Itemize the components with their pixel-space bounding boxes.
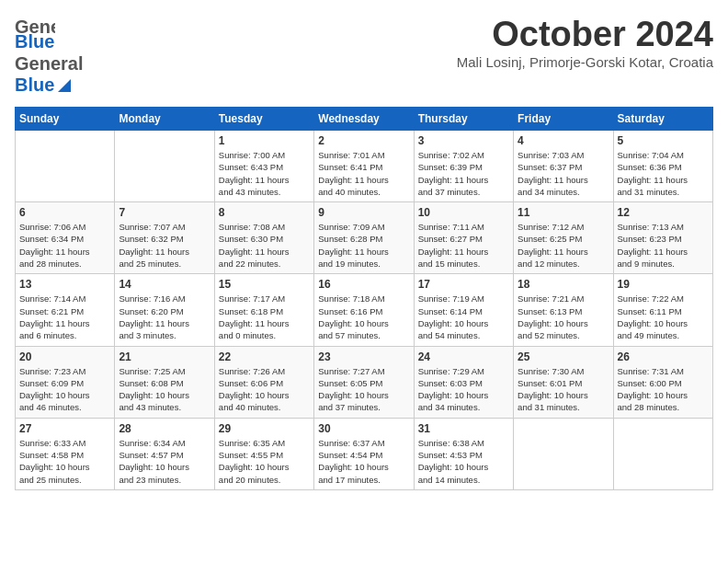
day-number: 27 bbox=[19, 422, 110, 435]
day-number: 1 bbox=[219, 134, 310, 147]
day-number: 19 bbox=[618, 278, 709, 291]
day-number: 20 bbox=[19, 350, 110, 363]
svg-text:Blue: Blue bbox=[15, 31, 54, 50]
day-number: 26 bbox=[618, 350, 709, 363]
day-cell: 4Sunrise: 7:03 AM Sunset: 6:37 PM Daylig… bbox=[514, 131, 613, 202]
page-header: General Blue General Blue October 2024 M… bbox=[15, 15, 713, 96]
day-info: Sunrise: 7:01 AM Sunset: 6:41 PM Dayligh… bbox=[318, 149, 409, 198]
day-number: 7 bbox=[119, 206, 210, 219]
day-number: 31 bbox=[418, 422, 509, 435]
day-info: Sunrise: 6:38 AM Sunset: 4:53 PM Dayligh… bbox=[418, 437, 509, 486]
day-cell: 5Sunrise: 7:04 AM Sunset: 6:36 PM Daylig… bbox=[613, 131, 712, 202]
day-number: 9 bbox=[318, 206, 409, 219]
day-info: Sunrise: 7:09 AM Sunset: 6:28 PM Dayligh… bbox=[318, 221, 409, 270]
day-info: Sunrise: 7:13 AM Sunset: 6:23 PM Dayligh… bbox=[618, 221, 709, 270]
svg-marker-3 bbox=[58, 79, 71, 92]
day-info: Sunrise: 7:18 AM Sunset: 6:16 PM Dayligh… bbox=[318, 293, 409, 341]
day-cell: 12Sunrise: 7:13 AM Sunset: 6:23 PM Dayli… bbox=[613, 202, 712, 274]
logo: General Blue General Blue bbox=[15, 15, 86, 96]
day-number: 15 bbox=[219, 278, 310, 291]
day-cell bbox=[16, 131, 115, 202]
day-info: Sunrise: 7:02 AM Sunset: 6:39 PM Dayligh… bbox=[418, 149, 509, 198]
week-row-1: 6Sunrise: 7:06 AM Sunset: 6:34 PM Daylig… bbox=[16, 202, 713, 274]
day-cell: 6Sunrise: 7:06 AM Sunset: 6:34 PM Daylig… bbox=[16, 202, 115, 274]
day-cell: 27Sunrise: 6:33 AM Sunset: 4:58 PM Dayli… bbox=[16, 418, 115, 489]
day-number: 4 bbox=[518, 134, 609, 147]
day-cell: 13Sunrise: 7:14 AM Sunset: 6:21 PM Dayli… bbox=[16, 274, 115, 346]
day-number: 14 bbox=[119, 278, 210, 291]
day-cell: 24Sunrise: 7:29 AM Sunset: 6:03 PM Dayli… bbox=[414, 346, 513, 418]
day-number: 24 bbox=[418, 350, 509, 363]
day-cell: 14Sunrise: 7:16 AM Sunset: 6:20 PM Dayli… bbox=[115, 274, 214, 346]
day-number: 28 bbox=[119, 422, 210, 435]
header-day-friday: Friday bbox=[514, 108, 613, 131]
day-number: 13 bbox=[19, 278, 110, 291]
day-cell: 30Sunrise: 6:37 AM Sunset: 4:54 PM Dayli… bbox=[314, 418, 414, 489]
week-row-0: 1Sunrise: 7:00 AM Sunset: 6:43 PM Daylig… bbox=[16, 131, 713, 202]
day-cell: 19Sunrise: 7:22 AM Sunset: 6:11 PM Dayli… bbox=[613, 274, 712, 346]
day-number: 11 bbox=[518, 206, 609, 219]
day-info: Sunrise: 7:06 AM Sunset: 6:34 PM Dayligh… bbox=[19, 221, 110, 270]
day-cell bbox=[514, 418, 613, 489]
day-info: Sunrise: 7:26 AM Sunset: 6:06 PM Dayligh… bbox=[219, 365, 310, 414]
day-cell: 15Sunrise: 7:17 AM Sunset: 6:18 PM Dayli… bbox=[214, 274, 313, 346]
header-row: SundayMondayTuesdayWednesdayThursdayFrid… bbox=[16, 108, 713, 131]
day-number: 12 bbox=[618, 206, 709, 219]
day-info: Sunrise: 7:03 AM Sunset: 6:37 PM Dayligh… bbox=[518, 149, 609, 198]
header-day-wednesday: Wednesday bbox=[314, 108, 414, 131]
day-cell: 31Sunrise: 6:38 AM Sunset: 4:53 PM Dayli… bbox=[414, 418, 513, 489]
week-row-2: 13Sunrise: 7:14 AM Sunset: 6:21 PM Dayli… bbox=[16, 274, 713, 346]
day-number: 25 bbox=[518, 350, 609, 363]
day-number: 3 bbox=[418, 134, 509, 147]
day-cell: 25Sunrise: 7:30 AM Sunset: 6:01 PM Dayli… bbox=[514, 346, 613, 418]
day-cell: 1Sunrise: 7:00 AM Sunset: 6:43 PM Daylig… bbox=[214, 131, 313, 202]
day-cell: 28Sunrise: 6:34 AM Sunset: 4:57 PM Dayli… bbox=[115, 418, 214, 489]
day-cell: 22Sunrise: 7:26 AM Sunset: 6:06 PM Dayli… bbox=[214, 346, 313, 418]
day-info: Sunrise: 7:21 AM Sunset: 6:13 PM Dayligh… bbox=[518, 293, 609, 341]
day-number: 2 bbox=[318, 134, 409, 147]
day-info: Sunrise: 7:04 AM Sunset: 6:36 PM Dayligh… bbox=[618, 149, 709, 198]
day-number: 6 bbox=[19, 206, 110, 219]
day-info: Sunrise: 6:34 AM Sunset: 4:57 PM Dayligh… bbox=[119, 437, 210, 486]
day-info: Sunrise: 7:31 AM Sunset: 6:00 PM Dayligh… bbox=[618, 365, 709, 414]
day-number: 8 bbox=[219, 206, 310, 219]
day-cell: 7Sunrise: 7:07 AM Sunset: 6:32 PM Daylig… bbox=[115, 202, 214, 274]
header-day-sunday: Sunday bbox=[16, 108, 115, 131]
week-row-3: 20Sunrise: 7:23 AM Sunset: 6:09 PM Dayli… bbox=[16, 346, 713, 418]
header-day-monday: Monday bbox=[115, 108, 214, 131]
day-number: 21 bbox=[119, 350, 210, 363]
header-day-saturday: Saturday bbox=[613, 108, 712, 131]
calendar-body: 1Sunrise: 7:00 AM Sunset: 6:43 PM Daylig… bbox=[16, 131, 713, 490]
day-info: Sunrise: 6:37 AM Sunset: 4:54 PM Dayligh… bbox=[318, 437, 409, 486]
day-info: Sunrise: 7:30 AM Sunset: 6:01 PM Dayligh… bbox=[518, 365, 609, 414]
location-title: Mali Losinj, Primorje-Gorski Kotar, Croa… bbox=[457, 54, 713, 70]
week-row-4: 27Sunrise: 6:33 AM Sunset: 4:58 PM Dayli… bbox=[16, 418, 713, 489]
day-number: 17 bbox=[418, 278, 509, 291]
day-cell: 21Sunrise: 7:25 AM Sunset: 6:08 PM Dayli… bbox=[115, 346, 214, 418]
day-cell: 26Sunrise: 7:31 AM Sunset: 6:00 PM Dayli… bbox=[613, 346, 712, 418]
day-info: Sunrise: 6:33 AM Sunset: 4:58 PM Dayligh… bbox=[19, 437, 110, 486]
logo-icon: General Blue bbox=[15, 15, 55, 50]
day-info: Sunrise: 7:07 AM Sunset: 6:32 PM Dayligh… bbox=[119, 221, 210, 270]
day-number: 18 bbox=[518, 278, 609, 291]
day-info: Sunrise: 7:14 AM Sunset: 6:21 PM Dayligh… bbox=[19, 293, 110, 341]
day-info: Sunrise: 7:12 AM Sunset: 6:25 PM Dayligh… bbox=[518, 221, 609, 270]
day-cell: 9Sunrise: 7:09 AM Sunset: 6:28 PM Daylig… bbox=[314, 202, 414, 274]
day-info: Sunrise: 7:22 AM Sunset: 6:11 PM Dayligh… bbox=[618, 293, 709, 341]
day-info: Sunrise: 7:16 AM Sunset: 6:20 PM Dayligh… bbox=[119, 293, 210, 341]
day-cell: 18Sunrise: 7:21 AM Sunset: 6:13 PM Dayli… bbox=[514, 274, 613, 346]
day-info: Sunrise: 7:29 AM Sunset: 6:03 PM Dayligh… bbox=[418, 365, 509, 414]
day-number: 10 bbox=[418, 206, 509, 219]
logo-general: General bbox=[15, 53, 83, 75]
day-info: Sunrise: 7:27 AM Sunset: 6:05 PM Dayligh… bbox=[318, 365, 409, 414]
day-info: Sunrise: 7:23 AM Sunset: 6:09 PM Dayligh… bbox=[19, 365, 110, 414]
logo-blue: Blue bbox=[15, 75, 54, 96]
day-number: 29 bbox=[219, 422, 310, 435]
header-day-thursday: Thursday bbox=[414, 108, 513, 131]
day-cell: 11Sunrise: 7:12 AM Sunset: 6:25 PM Dayli… bbox=[514, 202, 613, 274]
day-info: Sunrise: 7:19 AM Sunset: 6:14 PM Dayligh… bbox=[418, 293, 509, 341]
calendar-header: SundayMondayTuesdayWednesdayThursdayFrid… bbox=[16, 108, 713, 131]
logo-arrow-icon bbox=[56, 77, 73, 94]
day-number: 30 bbox=[318, 422, 409, 435]
day-cell: 2Sunrise: 7:01 AM Sunset: 6:41 PM Daylig… bbox=[314, 131, 414, 202]
